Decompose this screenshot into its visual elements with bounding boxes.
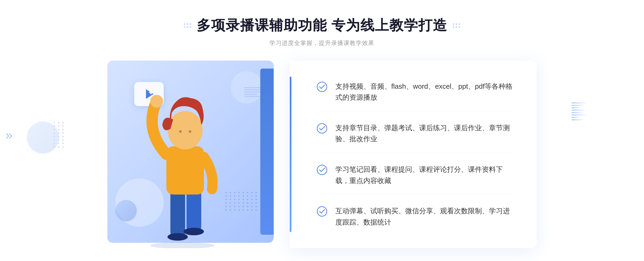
svg-point-16 [317,207,327,216]
feature-text-3: 学习笔记回看、课程提问、课程评论打分、课件资料下载，重点内容收藏 [335,164,515,186]
right-title-decoration [453,23,460,28]
striped-lines-decoration [572,102,588,124]
svg-text:✦: ✦ [142,100,146,104]
title-row: 多项录播课辅助功能 专为线上教学打造 [184,16,460,35]
person-figure: ✦ ✦ [129,82,241,248]
check-icon-2 [317,123,327,134]
main-content: ✦ ✦ 支持视频、音频、flash、word、excel、ppt、pdf等各种格… [107,61,537,248]
check-icon-3 [317,165,327,175]
svg-point-13 [317,82,327,92]
check-icon-4 [317,206,327,217]
outer-dots-left-decoration [54,122,64,148]
illustration-right-bar [260,69,274,235]
svg-point-15 [317,165,327,175]
feature-text-1: 支持视频、音频、flash、word、excel、ppt、pdf等各种格式的资源… [335,81,515,103]
svg-point-0 [150,242,215,248]
feature-item-2: 支持章节目录、弹题考试、课后练习、课后作业、章节测验、批改作业 [317,114,515,153]
svg-point-3 [167,233,188,241]
page-title: 多项录播课辅助功能 专为线上教学打造 [197,16,447,35]
feature-text-2: 支持章节目录、弹题考试、课后练习、课后作业、章节测验、批改作业 [335,122,515,145]
feature-item-4: 互动弹幕、试听购买、微信分享、观看次数限制、学习进度跟踪、数据统计 [317,197,515,236]
small-circle-1-decoration [115,200,137,221]
left-arrow-decoration: » [5,128,13,142]
svg-point-10 [189,130,191,133]
svg-rect-5 [166,146,204,195]
svg-text:✦: ✦ [148,88,154,97]
feature-item-3: 学习笔记回看、课程提问、课程评论打分、课件资料下载，重点内容收藏 [317,156,515,195]
page-container: 多项录播课辅助功能 专为线上教学打造 学习进度全掌握，提升录播课教学效果 [0,0,644,261]
svg-rect-2 [186,189,201,232]
left-title-decoration [184,23,191,28]
illustration-area: ✦ ✦ [107,61,290,248]
svg-point-4 [184,228,204,235]
header-section: 多项录播课辅助功能 专为线上教学打造 学习进度全掌握，提升录播课教学效果 [184,16,460,47]
feature-text-4: 互动弹幕、试听购买、微信分享、观看次数限制、学习进度跟踪、数据统计 [335,206,515,228]
feature-item-1: 支持视频、音频、flash、word、excel、ppt、pdf等各种格式的资源… [317,73,515,111]
svg-point-8 [168,111,203,150]
svg-point-14 [317,124,327,133]
features-panel: 支持视频、音频、flash、word、excel、ppt、pdf等各种格式的资源… [290,61,537,248]
svg-point-9 [179,130,182,133]
svg-rect-1 [170,189,185,237]
page-subtitle: 学习进度全掌握，提升录播课教学效果 [184,39,460,47]
check-icon-1 [317,81,327,92]
